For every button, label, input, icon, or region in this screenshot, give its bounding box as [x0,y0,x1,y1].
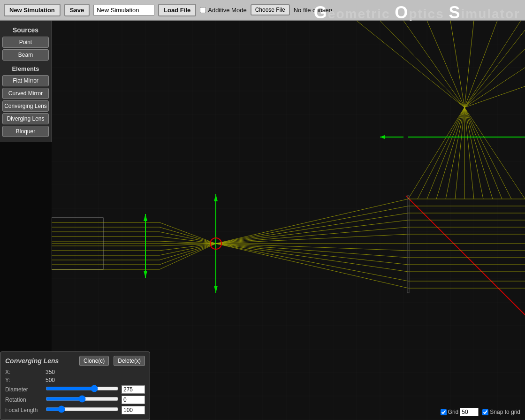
focal-slider-container [46,405,119,414]
rotation-slider-container [46,395,119,404]
focal-length-row: Focal Length [5,405,145,414]
diameter-slider[interactable] [46,385,119,392]
y-value: 500 [46,377,69,383]
curved-mirror-button[interactable]: Curved Mirror [2,88,49,99]
focal-input[interactable] [122,406,145,414]
rotation-slider[interactable] [46,395,119,403]
grid-size-input[interactable] [460,408,479,416]
app-title: Geometric Optics Simulator [314,3,520,23]
beam-source-button[interactable]: Beam [2,49,49,61]
diverging-lens-button[interactable]: Diverging Lens [2,113,49,124]
grid-control: Grid [441,408,479,416]
title-o: O [395,3,409,22]
y-label: Y: [5,377,43,383]
y-position-row: Y: 500 [5,377,145,383]
diameter-label: Diameter [5,386,43,393]
clone-button[interactable]: Clone(c) [79,356,109,366]
save-button[interactable]: Save [64,4,90,16]
rotation-input[interactable] [122,396,145,404]
choose-file-button[interactable]: Choose File [251,4,290,15]
delete-button[interactable]: Delete(x) [114,356,145,366]
grid-label: Grid [448,409,459,415]
grid-checkbox[interactable] [441,409,447,415]
snap-checkbox[interactable] [482,409,488,415]
simulation-name-input[interactable] [93,5,154,15]
panel-title: Converging Lens [5,357,75,365]
rotation-row: Rotation [5,395,145,404]
focal-label: Focal Length [5,407,43,413]
title-s: S [449,3,461,22]
focal-slider[interactable] [46,405,119,413]
snap-label: Snap to grid [490,409,520,415]
x-label: X: [5,369,43,375]
load-file-button[interactable]: Load File [158,4,196,16]
diameter-row: Diameter [5,385,145,394]
x-value: 350 [46,369,69,375]
sources-section-label: Sources [2,26,49,34]
bloquer-button[interactable]: Bloquer [2,126,49,137]
converging-lens-button[interactable]: Converging Lens [2,100,49,112]
diameter-slider-container [46,385,119,394]
title-g: G [314,3,328,22]
additive-mode-checkbox[interactable] [200,7,206,13]
additive-mode-label: Additive Mode [200,7,246,14]
diameter-input[interactable] [122,385,145,394]
bottom-right-controls: Grid Snap to grid [441,408,520,416]
new-simulation-button[interactable]: New Simulation [4,4,61,16]
bottom-panel: Converging Lens Clone(c) Delete(x) X: 35… [0,351,150,420]
elements-section-label: Elements [2,65,49,72]
snap-control: Snap to grid [482,409,520,415]
x-position-row: X: 350 [5,369,145,375]
flat-mirror-button[interactable]: Flat Mirror [2,75,49,86]
panel-header: Converging Lens Clone(c) Delete(x) [5,356,145,366]
point-source-button[interactable]: Point [2,37,49,48]
sidebar: Sources Point Beam Elements Flat Mirror … [0,21,52,142]
rotation-label: Rotation [5,397,43,403]
